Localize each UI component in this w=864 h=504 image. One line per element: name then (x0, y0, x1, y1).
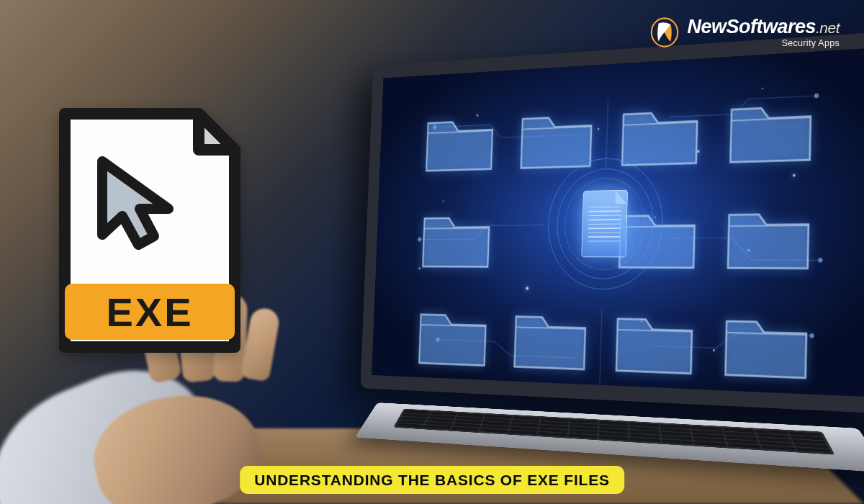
holo-folder-icon (413, 299, 492, 379)
caption-bar: UNDERSTANDING THE BASICS OF EXE FILES (240, 466, 624, 494)
brand-logo-icon (649, 17, 680, 48)
holo-folder-icon (723, 88, 819, 176)
laptop (358, 32, 864, 477)
holo-folder-icon (609, 302, 700, 387)
screen-content (372, 48, 864, 397)
brand-logo: NewSoftwares.net Security Apps (649, 17, 840, 48)
exe-label-band: EXE (65, 284, 235, 340)
laptop-screen (360, 32, 864, 414)
holo-folder-icon (508, 300, 593, 383)
cursor-arrow-icon (86, 148, 192, 253)
center-document-hologram (546, 156, 665, 290)
holo-folder-icon (720, 196, 816, 282)
hologram-overlay (407, 78, 828, 367)
document-icon (581, 189, 628, 257)
brand-name-text: NewSoftwares (687, 16, 816, 37)
holo-folder-icon (420, 104, 500, 183)
holo-folder-icon (718, 303, 815, 392)
keyboard (393, 409, 834, 455)
exe-file-icon: EXE (49, 101, 251, 360)
brand-tld: .net (816, 19, 840, 36)
brand-name: NewSoftwares.net (687, 17, 840, 37)
exe-label-text: EXE (106, 289, 193, 336)
holo-folder-icon (417, 202, 497, 279)
brand-tagline: Security Apps (687, 39, 840, 48)
